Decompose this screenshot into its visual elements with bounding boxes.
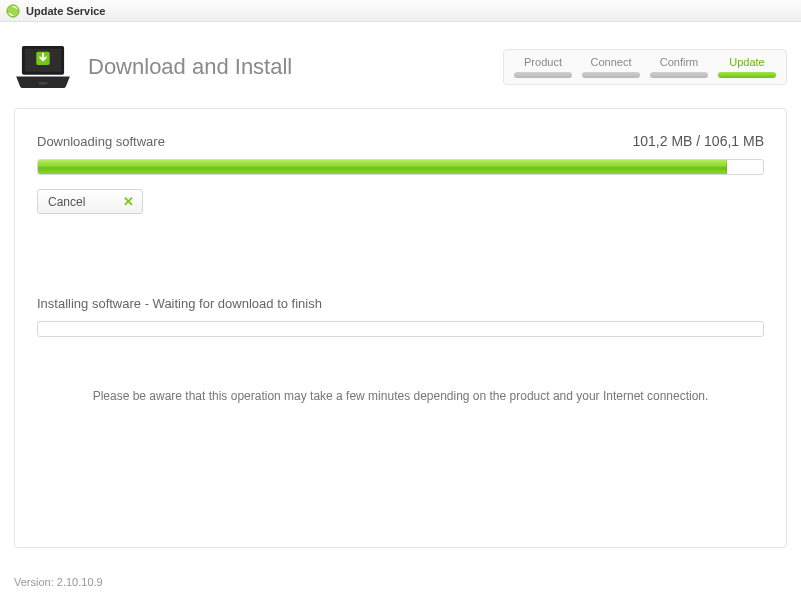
version-label: Version: 2.10.10.9 [14, 576, 103, 588]
step-bar [582, 72, 640, 78]
titlebar: Update Service [0, 0, 801, 22]
step-label: Update [729, 56, 764, 68]
install-section: Installing software - Waiting for downlo… [37, 296, 764, 337]
step-product: Product [512, 56, 574, 78]
step-bar [718, 72, 776, 78]
wizard-steps: Product Connect Confirm Update [503, 49, 787, 85]
laptop-download-icon [14, 44, 72, 90]
step-label: Confirm [660, 56, 699, 68]
page-title: Download and Install [88, 54, 487, 80]
app-icon [6, 4, 20, 18]
titlebar-title: Update Service [26, 5, 105, 17]
install-progress [37, 321, 764, 337]
cancel-button[interactable]: Cancel ✕ [37, 189, 143, 214]
step-bar [650, 72, 708, 78]
step-confirm: Confirm [648, 56, 710, 78]
info-note: Please be aware that this operation may … [37, 389, 764, 403]
main-panel: Downloading software 101,2 MB / 106,1 MB… [14, 108, 787, 548]
download-size: 101,2 MB / 106,1 MB [632, 133, 764, 149]
step-update: Update [716, 56, 778, 78]
step-label: Product [524, 56, 562, 68]
download-progress-fill [38, 160, 727, 174]
install-label: Installing software - Waiting for downlo… [37, 296, 764, 311]
close-icon: ✕ [123, 194, 134, 209]
step-label: Connect [591, 56, 632, 68]
svg-point-4 [38, 82, 48, 85]
step-connect: Connect [580, 56, 642, 78]
download-progress [37, 159, 764, 175]
download-header-row: Downloading software 101,2 MB / 106,1 MB [37, 133, 764, 149]
download-label: Downloading software [37, 134, 165, 149]
step-bar [514, 72, 572, 78]
header: Download and Install Product Connect Con… [0, 22, 801, 108]
cancel-label: Cancel [48, 195, 85, 209]
